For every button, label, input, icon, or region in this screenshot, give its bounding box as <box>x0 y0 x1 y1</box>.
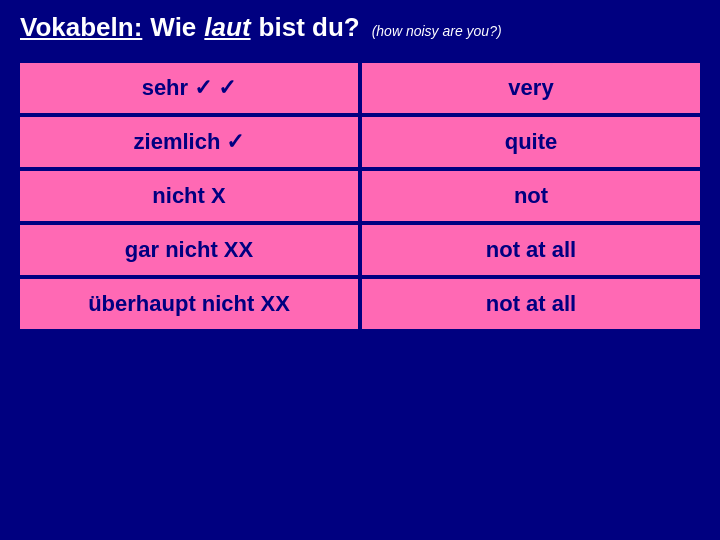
cell-german-2: ziemlich ✓ <box>20 117 358 167</box>
cell-english-3: not <box>362 171 700 221</box>
cell-english-1: very <box>362 63 700 113</box>
title-rest: bist du? <box>259 12 360 43</box>
cell-english-4: not at all <box>362 225 700 275</box>
header: Vokabeln: Wie laut bist du? (how noisy a… <box>0 0 720 53</box>
title-vokabeln: Vokabeln: <box>20 12 142 43</box>
cell-english-5: not at all <box>362 279 700 329</box>
cell-english-2: quite <box>362 117 700 167</box>
table-row: gar nicht XX not at all <box>20 225 700 275</box>
table-row: sehr ✓ ✓ very <box>20 63 700 113</box>
vocabulary-table: sehr ✓ ✓ very ziemlich ✓ quite nicht X n… <box>20 63 700 333</box>
cell-german-5: überhaupt nicht XX <box>20 279 358 329</box>
cell-german-4: gar nicht XX <box>20 225 358 275</box>
page-container: Vokabeln: Wie laut bist du? (how noisy a… <box>0 0 720 540</box>
title-laut: laut <box>204 12 250 43</box>
header-subtitle: (how noisy are you?) <box>372 23 502 39</box>
cell-german-3: nicht X <box>20 171 358 221</box>
table-row: überhaupt nicht XX not at all <box>20 279 700 329</box>
cell-german-1: sehr ✓ ✓ <box>20 63 358 113</box>
title-wie: Wie <box>150 12 196 43</box>
table-row: ziemlich ✓ quite <box>20 117 700 167</box>
table-row: nicht X not <box>20 171 700 221</box>
